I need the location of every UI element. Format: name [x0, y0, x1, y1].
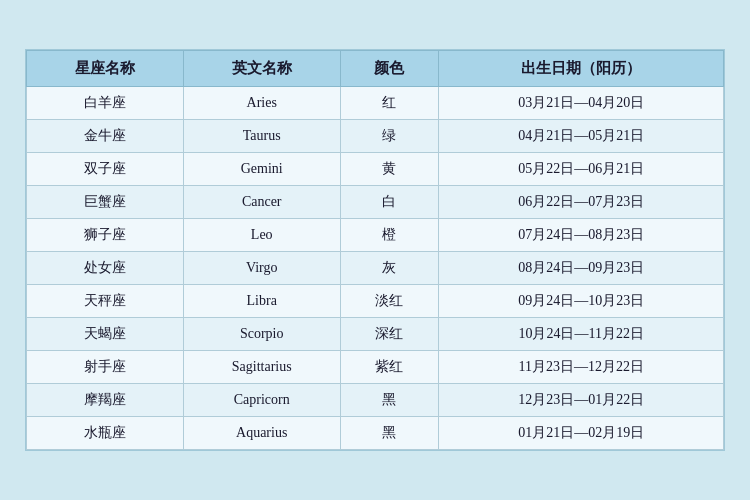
cell-color: 绿: [340, 120, 439, 153]
cell-color: 橙: [340, 219, 439, 252]
cell-color: 红: [340, 87, 439, 120]
cell-dates: 08月24日—09月23日: [439, 252, 724, 285]
table-row: 处女座Virgo灰08月24日—09月23日: [27, 252, 724, 285]
table-row: 白羊座Aries红03月21日—04月20日: [27, 87, 724, 120]
table-row: 天蝎座Scorpio深红10月24日—11月22日: [27, 318, 724, 351]
table-row: 水瓶座Aquarius黑01月21日—02月19日: [27, 417, 724, 450]
table-header-row: 星座名称 英文名称 颜色 出生日期（阳历）: [27, 51, 724, 87]
cell-english-name: Leo: [183, 219, 340, 252]
table-row: 金牛座Taurus绿04月21日—05月21日: [27, 120, 724, 153]
cell-color: 白: [340, 186, 439, 219]
cell-dates: 10月24日—11月22日: [439, 318, 724, 351]
cell-dates: 01月21日—02月19日: [439, 417, 724, 450]
cell-english-name: Libra: [183, 285, 340, 318]
cell-chinese-name: 射手座: [27, 351, 184, 384]
cell-dates: 05月22日—06月21日: [439, 153, 724, 186]
cell-chinese-name: 处女座: [27, 252, 184, 285]
cell-color: 黑: [340, 384, 439, 417]
zodiac-table: 星座名称 英文名称 颜色 出生日期（阳历） 白羊座Aries红03月21日—04…: [26, 50, 724, 450]
cell-dates: 03月21日—04月20日: [439, 87, 724, 120]
cell-chinese-name: 天秤座: [27, 285, 184, 318]
cell-chinese-name: 金牛座: [27, 120, 184, 153]
cell-english-name: Sagittarius: [183, 351, 340, 384]
cell-color: 黑: [340, 417, 439, 450]
cell-chinese-name: 双子座: [27, 153, 184, 186]
cell-color: 紫红: [340, 351, 439, 384]
table-row: 天秤座Libra淡红09月24日—10月23日: [27, 285, 724, 318]
header-english-name: 英文名称: [183, 51, 340, 87]
cell-dates: 11月23日—12月22日: [439, 351, 724, 384]
table-row: 巨蟹座Cancer白06月22日—07月23日: [27, 186, 724, 219]
cell-chinese-name: 白羊座: [27, 87, 184, 120]
cell-dates: 09月24日—10月23日: [439, 285, 724, 318]
cell-color: 深红: [340, 318, 439, 351]
header-color: 颜色: [340, 51, 439, 87]
cell-color: 淡红: [340, 285, 439, 318]
cell-english-name: Cancer: [183, 186, 340, 219]
table-row: 射手座Sagittarius紫红11月23日—12月22日: [27, 351, 724, 384]
cell-english-name: Gemini: [183, 153, 340, 186]
table-row: 双子座Gemini黄05月22日—06月21日: [27, 153, 724, 186]
cell-english-name: Scorpio: [183, 318, 340, 351]
cell-chinese-name: 天蝎座: [27, 318, 184, 351]
cell-dates: 06月22日—07月23日: [439, 186, 724, 219]
cell-dates: 07月24日—08月23日: [439, 219, 724, 252]
header-chinese-name: 星座名称: [27, 51, 184, 87]
header-birthdate: 出生日期（阳历）: [439, 51, 724, 87]
cell-dates: 12月23日—01月22日: [439, 384, 724, 417]
cell-english-name: Capricorn: [183, 384, 340, 417]
cell-english-name: Aries: [183, 87, 340, 120]
cell-chinese-name: 巨蟹座: [27, 186, 184, 219]
table-row: 摩羯座Capricorn黑12月23日—01月22日: [27, 384, 724, 417]
table-body: 白羊座Aries红03月21日—04月20日金牛座Taurus绿04月21日—0…: [27, 87, 724, 450]
cell-chinese-name: 摩羯座: [27, 384, 184, 417]
cell-english-name: Taurus: [183, 120, 340, 153]
cell-chinese-name: 水瓶座: [27, 417, 184, 450]
cell-english-name: Virgo: [183, 252, 340, 285]
table-row: 狮子座Leo橙07月24日—08月23日: [27, 219, 724, 252]
zodiac-table-container: 星座名称 英文名称 颜色 出生日期（阳历） 白羊座Aries红03月21日—04…: [25, 49, 725, 451]
cell-chinese-name: 狮子座: [27, 219, 184, 252]
cell-color: 灰: [340, 252, 439, 285]
cell-english-name: Aquarius: [183, 417, 340, 450]
cell-color: 黄: [340, 153, 439, 186]
cell-dates: 04月21日—05月21日: [439, 120, 724, 153]
